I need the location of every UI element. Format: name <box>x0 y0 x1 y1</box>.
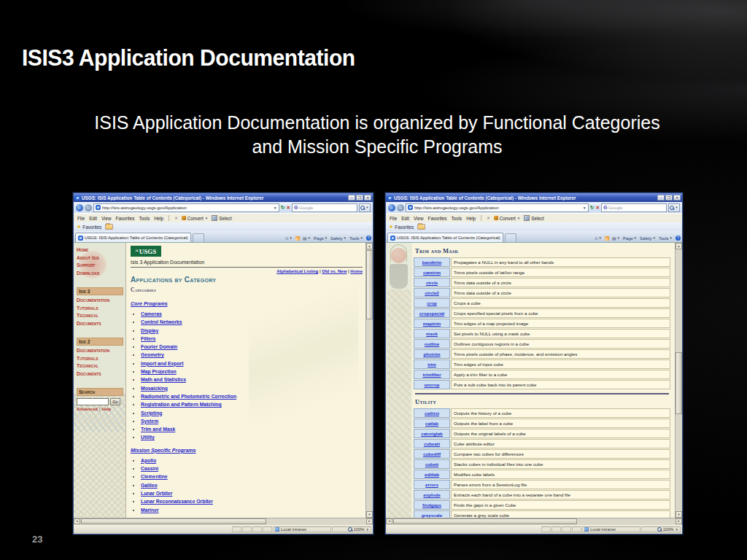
category-link[interactable]: Display <box>141 328 158 333</box>
tools-menu[interactable]: Tools▼ <box>349 236 363 241</box>
minimize-button[interactable]: ─ <box>657 195 665 201</box>
search-help-link[interactable]: Help <box>101 407 111 411</box>
app-link[interactable]: greyscale <box>414 510 450 518</box>
close-button[interactable]: ✕ <box>364 195 371 201</box>
favorites-button[interactable]: ★ Favorites <box>77 224 101 230</box>
mission-link[interactable]: Lunar Reconnaissance Orbiter <box>141 499 213 504</box>
category-link[interactable]: Scripting <box>141 411 162 416</box>
search-button[interactable]: ▼ <box>359 203 371 212</box>
convert-button[interactable]: Convert ▼ <box>182 216 209 221</box>
mission-link[interactable]: Clementine <box>141 474 168 479</box>
app-link[interactable]: cubediff <box>414 449 450 459</box>
print-icon[interactable]: ▤▼ <box>612 236 620 241</box>
sidebar-link[interactable]: Tutorials <box>77 305 123 313</box>
sidebar-link[interactable]: Documentation <box>77 297 123 305</box>
tab-categories[interactable]: e USGS: ISIS Application Table of Conten… <box>387 233 503 242</box>
sidebar-link[interactable]: Technical Documents <box>77 312 123 327</box>
app-link[interactable]: explode <box>414 490 450 499</box>
category-link[interactable]: Control Networks <box>141 319 182 324</box>
app-link[interactable]: catlab <box>414 419 450 428</box>
category-link[interactable]: Cameras <box>141 311 162 316</box>
menu-item[interactable]: File <box>77 216 85 221</box>
old-vs-new-link[interactable]: Old vs. New <box>322 269 347 273</box>
window-titlebar[interactable]: e USGS: ISIS Application Table of Conten… <box>386 193 682 202</box>
menu-item[interactable]: Edit <box>89 216 97 221</box>
menu-item[interactable]: Edit <box>401 216 409 221</box>
scroll-up-icon[interactable]: ▲ <box>676 243 682 249</box>
window-titlebar[interactable]: e USGS: ISIS Application Table of Conten… <box>74 193 373 202</box>
category-link[interactable]: Filters <box>141 336 155 341</box>
menu-item[interactable]: Help <box>466 216 476 221</box>
scrollbar-thumb[interactable] <box>393 518 577 524</box>
scroll-down-icon[interactable]: ▼ <box>676 511 682 518</box>
mission-specific-programs-link[interactable]: Mission Specific Programs <box>131 448 196 453</box>
app-link[interactable]: uncrop <box>414 380 450 389</box>
sidebar-link[interactable]: Technical Documents <box>77 362 123 378</box>
scroll-up-icon[interactable]: ▲ <box>366 243 373 249</box>
new-tab-button[interactable] <box>505 233 516 242</box>
category-link[interactable]: System <box>141 419 158 424</box>
zoom-control[interactable]: 100% ▼ <box>641 526 681 532</box>
vertical-scrollbar[interactable]: ▲ ▼ <box>675 243 682 518</box>
page-menu[interactable]: Page▼ <box>623 236 637 241</box>
toolbar-close-icon[interactable]: ✕ <box>487 216 490 220</box>
scroll-left-icon[interactable]: ◄ <box>386 518 392 524</box>
category-link[interactable]: Import and Export <box>141 361 184 366</box>
app-link[interactable]: trim <box>414 359 450 369</box>
minimize-button[interactable]: ─ <box>348 195 355 201</box>
restore-button[interactable]: ❐ <box>665 195 673 201</box>
sidebar-link[interactable]: Home <box>77 246 123 254</box>
search-box[interactable]: G Google <box>601 203 667 212</box>
stop-button[interactable]: ✕ <box>596 204 600 211</box>
tools-menu[interactable]: Tools▼ <box>659 236 673 241</box>
sidebar-link[interactable]: Documentation <box>77 347 123 355</box>
feeds-icon[interactable] <box>295 236 300 241</box>
app-link[interactable]: crop <box>414 298 450 308</box>
menu-item[interactable]: Tools <box>139 216 150 221</box>
menu-item[interactable]: Help <box>154 216 163 221</box>
print-icon[interactable]: ▤▼ <box>303 236 311 241</box>
add-favorite-folder-icon[interactable] <box>417 224 425 230</box>
app-link[interactable]: circle2 <box>414 288 450 298</box>
stop-button[interactable]: ✕ <box>287 204 290 211</box>
home-link[interactable]: Home <box>350 269 363 273</box>
menu-item[interactable]: View <box>414 216 424 221</box>
search-button[interactable]: ▼ <box>668 203 680 212</box>
vertical-scrollbar[interactable]: ▲ ▼ <box>365 243 373 518</box>
refresh-button[interactable]: ↻ <box>281 204 285 211</box>
safety-menu[interactable]: Safety▼ <box>640 236 656 241</box>
app-link[interactable]: maptrim <box>414 319 450 328</box>
zoom-control[interactable]: 100% ▼ <box>332 526 371 532</box>
menu-item[interactable]: View <box>101 216 112 221</box>
restore-button[interactable]: ❐ <box>356 195 363 201</box>
home-icon[interactable]: ⌂▼ <box>285 236 293 241</box>
safety-menu[interactable]: Safety▼ <box>330 236 347 241</box>
address-bar[interactable]: e http://isis.astrogeology.usgs.gov/Appl… <box>406 203 589 212</box>
app-link[interactable]: errors <box>414 480 450 489</box>
category-link[interactable]: Radiometric and Photometric Correction <box>141 394 236 399</box>
feeds-icon[interactable] <box>605 236 609 241</box>
back-button[interactable]: ← <box>76 204 83 211</box>
scrollbar-thumb[interactable] <box>81 518 266 524</box>
category-link[interactable]: Registration and Pattern Matching <box>141 402 222 407</box>
app-link[interactable]: circle <box>414 278 450 287</box>
mission-link[interactable]: Cassini <box>141 466 158 471</box>
page-menu[interactable]: Page▼ <box>314 236 328 241</box>
alphabetical-listing-link[interactable]: Alphabetical Listing <box>276 269 318 273</box>
home-icon[interactable]: ⌂▼ <box>595 236 602 241</box>
toolbar-close-icon[interactable]: ✕ <box>174 216 178 220</box>
close-button[interactable]: ✕ <box>673 195 681 201</box>
advanced-search-link[interactable]: Advanced <box>77 407 98 411</box>
favorites-button[interactable]: ★ Favorites <box>389 224 414 230</box>
app-link[interactable]: cubeit <box>414 459 450 469</box>
category-link[interactable]: Geometry <box>141 352 164 357</box>
category-link[interactable]: Trim and Mask <box>141 427 175 432</box>
mission-link[interactable]: Galileo <box>141 483 158 488</box>
app-link[interactable]: cropspecial <box>414 308 450 318</box>
sidebar-link[interactable]: Tutorials <box>77 355 123 363</box>
help-icon[interactable]: ? <box>676 236 681 241</box>
scroll-left-icon[interactable]: ◄ <box>74 518 80 524</box>
app-link[interactable]: trimfilter <box>414 370 450 379</box>
scroll-down-icon[interactable]: ▼ <box>366 511 373 518</box>
forward-button[interactable]: → <box>85 204 92 211</box>
